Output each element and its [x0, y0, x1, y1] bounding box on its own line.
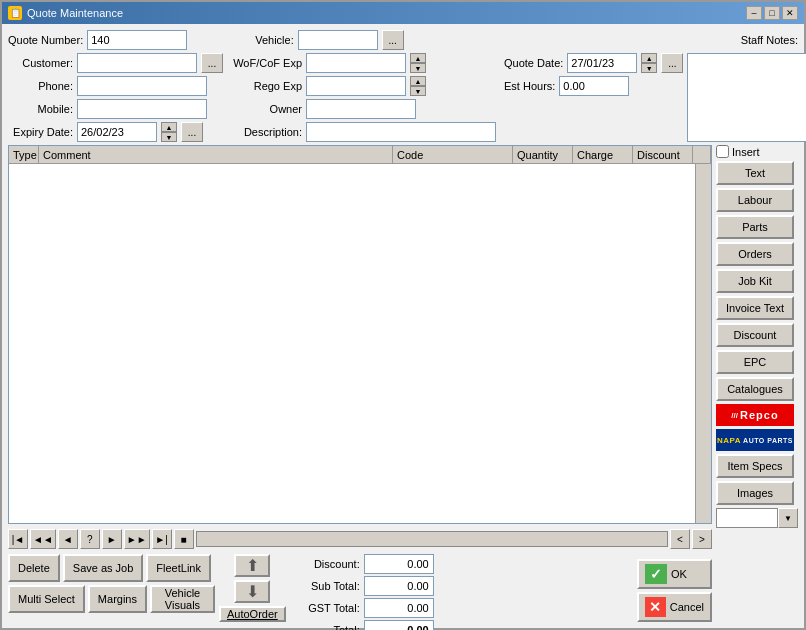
orders-button[interactable]: Orders — [716, 242, 794, 266]
mobile-input[interactable] — [77, 99, 207, 119]
nav-stop-button[interactable]: ■ — [174, 529, 194, 549]
est-hours-input[interactable] — [559, 76, 629, 96]
customer-browse-button[interactable]: ... — [201, 53, 223, 73]
insert-checkbox-row: Insert — [716, 145, 798, 158]
labour-button[interactable]: Labour — [716, 188, 794, 212]
fleet-link-button[interactable]: FleetLink — [146, 554, 211, 582]
vehicle-browse-button[interactable]: ... — [382, 30, 404, 50]
quote-number-input[interactable] — [87, 30, 187, 50]
discount-row: Discount: 0.00 — [290, 554, 633, 574]
nav-last-button[interactable]: ►| — [152, 529, 172, 549]
upload-buttons: ⬆ ⬇ AutoOrder — [219, 554, 286, 622]
quote-date-row: Quote Date: ▲ ▼ ... — [504, 53, 683, 73]
expiry-down-btn[interactable]: ▼ — [161, 132, 177, 142]
quote-date-up-btn[interactable]: ▲ — [641, 53, 657, 63]
rego-input[interactable] — [306, 76, 406, 96]
job-kit-button[interactable]: Job Kit — [716, 269, 794, 293]
quote-date-down-btn[interactable]: ▼ — [641, 63, 657, 73]
maximize-button[interactable]: □ — [764, 6, 780, 20]
rego-up-btn[interactable]: ▲ — [410, 76, 426, 86]
row-quote-vehicle: Quote Number: Vehicle: ... Staff Notes: — [8, 30, 798, 50]
customer-input[interactable] — [77, 53, 197, 73]
expiry-row: Expiry Date: ▲ ▼ ... — [8, 122, 223, 142]
vehicle-visuals-button[interactable]: VehicleVisuals — [150, 585, 215, 613]
description-row: Description: — [227, 122, 496, 142]
phone-label: Phone: — [8, 80, 73, 92]
nav-prev-button[interactable]: ◄ — [58, 529, 78, 549]
close-button[interactable]: ✕ — [782, 6, 798, 20]
bottom-area: Delete Save as Job FleetLink Multi Selec… — [8, 554, 712, 622]
multi-select-button[interactable]: Multi Select — [8, 585, 85, 613]
nav-first-button[interactable]: |◄ — [8, 529, 28, 549]
expiry-up-btn[interactable]: ▲ — [161, 122, 177, 132]
nav-prev-prev-button[interactable]: ◄◄ — [30, 529, 56, 549]
col-comment-header: Comment — [39, 146, 393, 163]
ok-button[interactable]: ✓ OK — [637, 559, 712, 589]
invoice-text-button[interactable]: Invoice Text — [716, 296, 794, 320]
left-form: Customer: ... Phone: Mobile: Expiry Date… — [8, 53, 223, 142]
margins-button[interactable]: Margins — [88, 585, 147, 613]
wof-down-btn[interactable]: ▼ — [410, 63, 426, 73]
delete-button[interactable]: Delete — [8, 554, 60, 582]
quote-date-input[interactable] — [567, 53, 637, 73]
app-icon: 📋 — [8, 6, 22, 20]
wof-input[interactable] — [306, 53, 406, 73]
wof-up-btn[interactable]: ▲ — [410, 53, 426, 63]
upload-up-button[interactable]: ⬆ — [234, 554, 270, 577]
title-bar: 📋 Quote Maintenance – □ ✕ — [2, 2, 804, 24]
nav-next-button[interactable]: ► — [102, 529, 122, 549]
vertical-scrollbar[interactable] — [695, 164, 711, 523]
vehicle-input[interactable] — [298, 30, 378, 50]
parts-button[interactable]: Parts — [716, 215, 794, 239]
repco-logo[interactable]: /// Repco — [716, 404, 794, 426]
auto-order-button[interactable]: AutoOrder — [219, 606, 286, 622]
nav-scroll-right[interactable]: > — [692, 529, 712, 549]
table-body[interactable] — [9, 164, 711, 523]
phone-input[interactable] — [77, 76, 207, 96]
bottom-row-2: Multi Select Margins VehicleVisuals — [8, 585, 215, 613]
description-label: Description: — [227, 126, 302, 138]
expiry-date-input[interactable] — [77, 122, 157, 142]
insert-label: Insert — [732, 146, 760, 158]
ok-label: OK — [671, 568, 687, 580]
save-as-job-button[interactable]: Save as Job — [63, 554, 144, 582]
quote-date-browse-button[interactable]: ... — [661, 53, 683, 73]
horizontal-scrollbar[interactable] — [196, 531, 668, 547]
description-input[interactable] — [306, 122, 496, 142]
table-area: Type Comment Code Quantity Charge Discou… — [8, 145, 798, 622]
catalogues-button[interactable]: Catalogues — [716, 377, 794, 401]
data-table: Type Comment Code Quantity Charge Discou… — [8, 145, 712, 524]
phone-row: Phone: — [8, 76, 223, 96]
dropdown-button[interactable]: ▼ — [778, 508, 798, 528]
left-panel: Type Comment Code Quantity Charge Discou… — [8, 145, 712, 622]
item-specs-button[interactable]: Item Specs — [716, 454, 794, 478]
dropdown-field[interactable] — [716, 508, 778, 528]
rego-down-btn[interactable]: ▼ — [410, 86, 426, 96]
discount-button[interactable]: Discount — [716, 323, 794, 347]
cancel-button[interactable]: ✕ Cancel — [637, 592, 712, 622]
sub-total-label: Sub Total: — [290, 580, 360, 592]
nav-help-button[interactable]: ? — [80, 529, 100, 549]
col-scroll — [693, 146, 711, 163]
nav-next-next-button[interactable]: ►► — [124, 529, 150, 549]
upload-down-button[interactable]: ⬇ — [234, 580, 270, 603]
total-row: Total: 0.00 — [290, 620, 633, 630]
quote-date-spinner: ▲ ▼ — [641, 53, 657, 73]
window-title: Quote Maintenance — [27, 7, 123, 19]
text-button[interactable]: Text — [716, 161, 794, 185]
expiry-browse-button[interactable]: ... — [181, 122, 203, 142]
owner-row: Owner — [227, 99, 496, 119]
images-button[interactable]: Images — [716, 481, 794, 505]
vehicle-label: Vehicle: — [255, 34, 294, 46]
epc-button[interactable]: EPC — [716, 350, 794, 374]
right-form: Quote Date: ▲ ▼ ... Est Hours: — [504, 53, 683, 142]
insert-checkbox[interactable] — [716, 145, 729, 158]
discount-label: Discount: — [290, 558, 360, 570]
staff-notes-textarea[interactable] — [687, 53, 806, 142]
minimize-button[interactable]: – — [746, 6, 762, 20]
owner-input[interactable] — [306, 99, 416, 119]
nav-scroll-left[interactable]: < — [670, 529, 690, 549]
rego-spinner: ▲ ▼ — [410, 76, 426, 96]
napa-logo[interactable]: NAPA AUTO PARTS — [716, 429, 794, 451]
totals-area: Discount: 0.00 Sub Total: 0.00 GST Total… — [290, 554, 633, 622]
